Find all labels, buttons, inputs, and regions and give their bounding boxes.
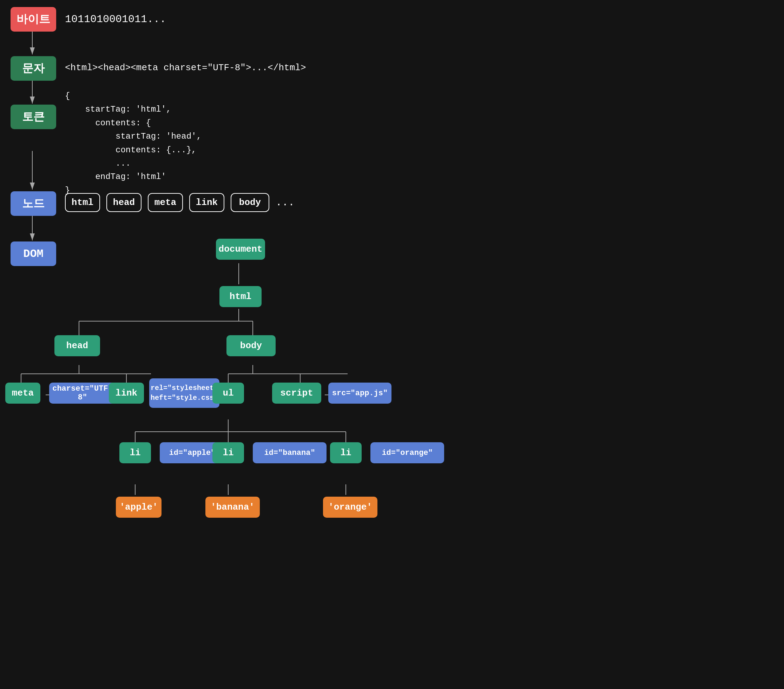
dom-html: html bbox=[219, 286, 262, 307]
dom-box: DOM bbox=[10, 242, 56, 266]
node-tags-row: html head meta link body ... bbox=[65, 193, 295, 212]
banana-val-label: 'banana' bbox=[211, 502, 255, 513]
dom-src: src="app.js" bbox=[328, 383, 392, 404]
dom-script: script bbox=[272, 383, 321, 404]
link-label: link bbox=[115, 388, 137, 398]
charset-label: charset="UTF-8" bbox=[52, 384, 113, 402]
char-box: 문자 bbox=[10, 56, 56, 81]
dom-li1: li bbox=[119, 442, 151, 463]
dom-ul: ul bbox=[212, 383, 244, 404]
body-label: body bbox=[240, 340, 262, 351]
li2-label: li bbox=[222, 447, 234, 458]
ul-label: ul bbox=[222, 388, 234, 398]
id-banana-label: id="banana" bbox=[264, 449, 315, 457]
li1-label: li bbox=[130, 447, 140, 458]
script-label: script bbox=[280, 388, 313, 398]
document-label: document bbox=[219, 244, 263, 255]
dom-id-banana: id="banana" bbox=[253, 442, 326, 463]
apple-val-label: 'apple' bbox=[119, 502, 158, 513]
li3-label: li bbox=[340, 447, 351, 458]
dom-id-orange: id="orange" bbox=[371, 442, 444, 463]
dom-head: head bbox=[54, 335, 100, 356]
tag-html: html bbox=[65, 193, 100, 212]
token-box: 토큰 bbox=[10, 105, 56, 129]
byte-box: 바이트 bbox=[10, 7, 56, 31]
orange-val-label: 'orange' bbox=[328, 502, 372, 513]
tag-body: body bbox=[231, 193, 269, 212]
dom-meta: meta bbox=[5, 383, 40, 404]
dom-link: link bbox=[109, 383, 144, 404]
dom-body: body bbox=[226, 335, 276, 356]
tag-meta: meta bbox=[148, 193, 183, 212]
src-label: src="app.js" bbox=[332, 389, 388, 398]
head-label: head bbox=[66, 340, 88, 351]
byte-text: 1011010001011... bbox=[65, 13, 166, 25]
meta-label: meta bbox=[12, 388, 34, 398]
dom-li3: li bbox=[330, 442, 362, 463]
char-text: <html><head><meta charset="UTF-8">...</h… bbox=[65, 62, 306, 73]
html-label: html bbox=[230, 291, 251, 302]
tag-head: head bbox=[106, 193, 142, 212]
dom-li2: li bbox=[212, 442, 244, 463]
dom-rel-href: rel="stylesheet"heft="style.css" bbox=[149, 378, 219, 408]
byte-label: 바이트 bbox=[16, 12, 50, 27]
char-label: 문자 bbox=[22, 61, 44, 76]
node-box: 노드 bbox=[10, 191, 56, 216]
dom-banana-val: 'banana' bbox=[205, 497, 260, 518]
dom-apple-val: 'apple' bbox=[116, 497, 161, 518]
token-label: 토큰 bbox=[22, 109, 44, 125]
tag-link: link bbox=[189, 193, 224, 212]
dom-document: document bbox=[216, 238, 265, 260]
id-orange-label: id="orange" bbox=[382, 449, 433, 457]
dom-charset: charset="UTF-8" bbox=[49, 383, 116, 404]
dom-label: DOM bbox=[23, 247, 44, 260]
dom-orange-val: 'orange' bbox=[323, 497, 377, 518]
node-label: 노드 bbox=[22, 196, 44, 211]
id-apple-label: id="apple" bbox=[169, 449, 215, 457]
tag-ellipsis: ... bbox=[276, 197, 295, 209]
token-text: { startTag: 'html', contents: { startTag… bbox=[65, 89, 201, 197]
